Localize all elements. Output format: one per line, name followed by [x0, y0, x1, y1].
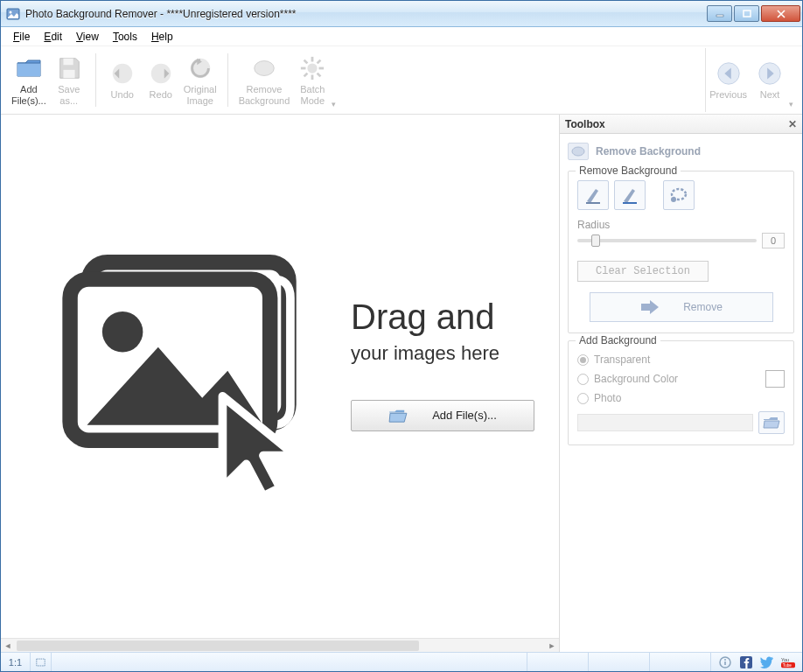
folder-open-icon	[388, 408, 408, 424]
remove-background-group: Remove Background Radius	[568, 171, 794, 333]
svg-rect-6	[63, 70, 74, 78]
toolbar-overflow-indicator[interactable]: ▾	[332, 100, 336, 112]
svg-rect-5	[63, 59, 73, 66]
window-controls	[705, 5, 800, 22]
menubar: File Edit View Tools Help	[1, 27, 802, 46]
window-title: Photo Background Remover - ****Unregiste…	[25, 8, 705, 20]
radio-icon	[577, 354, 589, 366]
menu-help[interactable]: Help	[144, 29, 180, 45]
menu-view[interactable]: View	[69, 29, 106, 45]
svg-line-18	[318, 60, 321, 64]
drop-zone[interactable]: Drag and your images here Add File(s)...	[1, 115, 559, 638]
lasso-tool[interactable]	[663, 180, 695, 210]
toolbox-section-title: Remove Background	[596, 145, 701, 158]
horizontal-scrollbar[interactable]: ◄ ►	[1, 638, 559, 652]
youtube-icon[interactable]: YouTube	[781, 655, 795, 669]
scroll-right-arrow[interactable]: ►	[545, 639, 559, 652]
twitter-icon[interactable]	[760, 655, 774, 669]
application-window: Photo Background Remover - ****Unregiste…	[0, 0, 803, 672]
statusbar: 1:1 YouTube	[1, 652, 802, 671]
menu-file[interactable]: File	[6, 29, 37, 45]
main-area: Drag and your images here Add File(s)...…	[1, 115, 802, 652]
menu-tools[interactable]: Tools	[106, 29, 144, 45]
svg-rect-26	[586, 202, 600, 204]
close-button[interactable]	[761, 5, 800, 22]
batch-mode-button[interactable]: Batch Mode	[293, 49, 332, 112]
original-image-button[interactable]: Original Image	[180, 49, 220, 112]
bg-option-transparent-label: Transparent	[594, 354, 650, 366]
scroll-left-arrow[interactable]: ◄	[1, 639, 15, 652]
svg-line-16	[304, 60, 308, 64]
svg-point-25	[572, 147, 584, 156]
fit-screen-button[interactable]	[31, 653, 52, 671]
bg-photo-path-input[interactable]	[577, 414, 753, 431]
save-as-button[interactable]: Save as...	[50, 49, 88, 112]
info-icon[interactable]	[718, 655, 732, 669]
remove-bg-legend: Remove Background	[576, 164, 681, 177]
bg-option-photo[interactable]: Photo	[577, 388, 785, 408]
add-bg-legend: Add Background	[576, 334, 660, 346]
svg-rect-32	[724, 662, 726, 665]
svg-point-11	[308, 64, 318, 74]
titlebar: Photo Background Remover - ****Unregiste…	[1, 1, 802, 27]
drop-text-primary: Drag and	[351, 298, 534, 337]
radius-value[interactable]: 0	[762, 233, 785, 248]
undo-icon	[108, 60, 136, 88]
next-button[interactable]: Next	[751, 49, 789, 112]
maximize-button[interactable]	[734, 5, 759, 22]
redo-button[interactable]: Redo	[142, 49, 180, 112]
clear-selection-button[interactable]: Clear Selection	[577, 261, 709, 282]
drop-text-secondary: your images here	[351, 342, 534, 365]
batch-mode-icon	[298, 54, 326, 82]
slider-knob[interactable]	[591, 234, 600, 247]
mark-background-tool[interactable]	[614, 180, 646, 210]
remove-button[interactable]: Remove	[590, 292, 773, 322]
save-icon	[55, 54, 83, 82]
svg-rect-27	[623, 202, 637, 204]
folder-add-icon	[15, 54, 43, 82]
toolbar-separator	[95, 53, 96, 107]
bg-color-swatch[interactable]	[765, 370, 785, 388]
browse-bg-photo-button[interactable]	[758, 411, 785, 434]
svg-point-29	[671, 197, 676, 202]
toolbox-header: Toolbox ✕	[560, 115, 802, 134]
undo-button[interactable]: Undo	[103, 49, 142, 112]
svg-text:You: You	[781, 657, 789, 662]
app-icon	[6, 7, 20, 21]
add-files-main-label: Add File(s)...	[432, 409, 497, 422]
toolbox-section-header: Remove Background	[568, 139, 794, 164]
add-files-button[interactable]: Add File(s)...	[8, 49, 50, 112]
svg-point-33	[724, 659, 726, 661]
remove-button-label: Remove	[683, 301, 723, 313]
previous-icon	[715, 60, 743, 88]
svg-text:Tube: Tube	[783, 662, 792, 667]
toolbox-close-button[interactable]: ✕	[788, 118, 797, 130]
toolbar-separator	[227, 53, 228, 107]
svg-point-24	[102, 312, 143, 353]
bg-option-color-label: Background Color	[594, 373, 678, 385]
facebook-icon[interactable]	[739, 655, 753, 669]
remove-background-button[interactable]: Remove Background	[235, 49, 294, 112]
folder-icon	[763, 416, 780, 430]
zoom-ratio[interactable]: 1:1	[1, 653, 31, 671]
toolbar-overflow-indicator[interactable]: ▾	[789, 100, 793, 112]
svg-rect-2	[716, 15, 723, 17]
original-image-icon	[186, 54, 214, 82]
bg-option-color[interactable]: Background Color	[577, 369, 785, 388]
svg-rect-4	[17, 63, 40, 76]
menu-edit[interactable]: Edit	[37, 29, 69, 45]
bg-option-transparent[interactable]: Transparent	[577, 350, 785, 369]
radius-slider[interactable]	[577, 239, 757, 242]
minimize-button[interactable]	[707, 5, 732, 22]
toolbox-panel: Toolbox ✕ Remove Background Remove Backg…	[559, 115, 802, 652]
radio-icon	[577, 374, 589, 385]
bg-option-photo-label: Photo	[594, 392, 621, 404]
svg-line-17	[318, 74, 321, 77]
mark-foreground-tool[interactable]	[577, 180, 609, 210]
next-icon	[756, 60, 784, 88]
previous-button[interactable]: Previous	[706, 49, 751, 112]
add-files-main-button[interactable]: Add File(s)...	[351, 400, 534, 431]
scroll-thumb[interactable]	[17, 640, 419, 651]
toolbox-title: Toolbox	[565, 118, 605, 130]
add-background-group: Add Background Transparent Background Co…	[568, 340, 794, 445]
